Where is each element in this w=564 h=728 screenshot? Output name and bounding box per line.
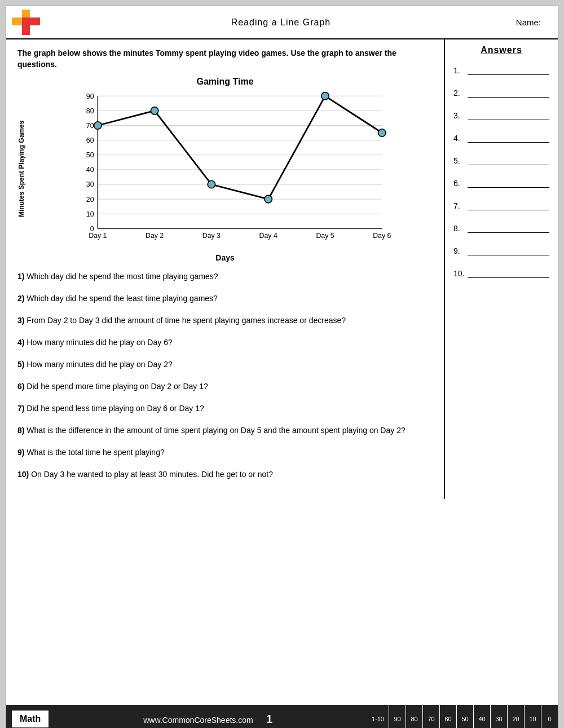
svg-text:90: 90 (86, 92, 94, 100)
footer: Math www.CommonCoreSheets.com 1 1-10 908… (6, 705, 558, 728)
svg-point-33 (208, 180, 215, 188)
score-cell: 80 (406, 705, 422, 728)
score-cell: 40 (473, 705, 490, 728)
svg-point-35 (321, 92, 329, 100)
answer-blank[interactable] (468, 64, 549, 75)
answer-line-3: 3. (453, 109, 549, 120)
answer-line-5: 5. (453, 154, 549, 165)
svg-text:Day 4: Day 4 (259, 232, 277, 240)
answer-line-7: 7. (453, 199, 549, 210)
svg-point-31 (94, 122, 102, 129)
question-text: What is the total time he spent playing? (27, 448, 164, 457)
question-num: 3) (17, 316, 24, 325)
svg-rect-2 (22, 10, 30, 17)
answer-blank[interactable] (468, 154, 549, 165)
answer-num: 1. (453, 66, 468, 75)
score-cell: 10 (524, 705, 541, 728)
svg-text:30: 30 (86, 181, 94, 189)
page: Reading a Line Graph Name: The graph bel… (6, 6, 558, 728)
question-item-3: 3) From Day 2 to Day 3 did the amount of… (17, 315, 433, 327)
question-num: 6) (17, 382, 24, 391)
score-cell: 30 (490, 705, 507, 728)
answer-line-4: 4. (453, 131, 549, 143)
question-item-6: 6) Did he spend more time playing on Day… (17, 381, 433, 392)
question-num: 2) (17, 294, 24, 303)
y-axis-label: Minutes Spent Playing Games (17, 90, 25, 248)
score-cells: 9080706050403020100 (389, 705, 558, 728)
footer-subject-box: Math (12, 711, 49, 727)
answer-line-8: 8. (453, 222, 549, 233)
answer-blank[interactable] (468, 222, 549, 233)
answer-blank[interactable] (468, 86, 549, 98)
question-text: What is the difference in the amount of … (27, 426, 405, 435)
svg-text:Day 6: Day 6 (373, 232, 391, 240)
score-cell: 90 (389, 705, 406, 728)
answer-num: 5. (453, 156, 468, 165)
answer-blank[interactable] (468, 244, 549, 255)
svg-point-36 (378, 129, 386, 136)
header: Reading a Line Graph Name: (6, 6, 558, 39)
answer-num: 4. (453, 134, 468, 143)
question-item-10: 10) On Day 3 he wanted to play at least … (17, 469, 433, 480)
answer-num: 9. (453, 246, 468, 255)
question-text: From Day 2 to Day 3 did the amount of ti… (27, 316, 346, 325)
question-num: 1) (17, 272, 24, 281)
answer-num: 2. (453, 89, 468, 98)
svg-rect-3 (12, 17, 22, 25)
chart-area: 90 80 70 60 50 40 30 20 10 0 Day 1 Day 2… (28, 90, 433, 248)
footer-page: 1 (266, 713, 272, 725)
footer-website: www.CommonCoreSheets.com (143, 716, 253, 725)
answer-blank[interactable] (468, 267, 549, 278)
question-text: Which day did he spend the most time pla… (27, 272, 218, 281)
question-item-1: 1) Which day did he spend the most time … (17, 271, 433, 283)
score-cell: 0 (541, 705, 558, 728)
svg-text:10: 10 (86, 210, 94, 218)
logo-icon (12, 10, 40, 35)
answer-num: 7. (453, 201, 468, 210)
intro-text: The graph below shows the minutes Tommy … (17, 48, 433, 70)
question-text: How many minutes did he play on Day 6? (27, 338, 172, 347)
svg-point-34 (265, 196, 272, 203)
svg-text:Day 3: Day 3 (202, 232, 221, 240)
answer-num: 6. (453, 179, 468, 188)
left-panel: The graph below shows the minutes Tommy … (6, 39, 445, 499)
answer-num: 3. (453, 111, 468, 120)
footer-subject: Math (20, 714, 41, 723)
footer-center: www.CommonCoreSheets.com 1 (49, 713, 367, 726)
score-cell: 60 (439, 705, 456, 728)
score-cell: 20 (507, 705, 524, 728)
svg-text:40: 40 (86, 166, 94, 174)
answer-line-1: 1. (453, 64, 549, 75)
question-text: How many minutes did he play on Day 2? (27, 360, 172, 369)
header-name-label: Name: (516, 17, 541, 27)
answers-title: Answers (453, 45, 549, 55)
question-num: 5) (17, 360, 24, 369)
header-title: Reading a Line Graph (46, 17, 516, 28)
question-num: 10) (17, 470, 29, 479)
svg-point-32 (151, 107, 158, 114)
right-panel: Answers 1.2.3.4.5.6.7.8.9.10. (445, 39, 558, 499)
svg-text:20: 20 (86, 196, 94, 204)
answer-blank[interactable] (468, 131, 549, 143)
chart-title: Gaming Time (17, 77, 433, 87)
score-range-label: 1-10 (367, 705, 389, 728)
x-axis-label: Days (17, 253, 433, 262)
svg-text:60: 60 (86, 136, 94, 144)
answer-blank[interactable] (468, 199, 549, 210)
question-text: Did he spend less time playing on Day 6 … (27, 404, 204, 413)
question-item-8: 8) What is the difference in the amount … (17, 425, 433, 436)
question-num: 9) (17, 448, 24, 457)
question-text: On Day 3 he wanted to play at least 30 m… (31, 470, 273, 479)
answer-blank[interactable] (468, 109, 549, 120)
svg-text:70: 70 (86, 122, 94, 130)
svg-text:50: 50 (86, 151, 94, 159)
answer-line-6: 6. (453, 177, 549, 188)
question-num: 4) (17, 338, 24, 347)
answer-line-2: 2. (453, 86, 549, 98)
main-content: The graph below shows the minutes Tommy … (6, 39, 558, 499)
answer-blank[interactable] (468, 177, 549, 188)
chart-container: Minutes Spent Playing Games (17, 90, 433, 248)
svg-text:Day 1: Day 1 (89, 232, 107, 240)
question-item-9: 9) What is the total time he spent playi… (17, 447, 433, 458)
question-item-4: 4) How many minutes did he play on Day 6… (17, 337, 433, 348)
